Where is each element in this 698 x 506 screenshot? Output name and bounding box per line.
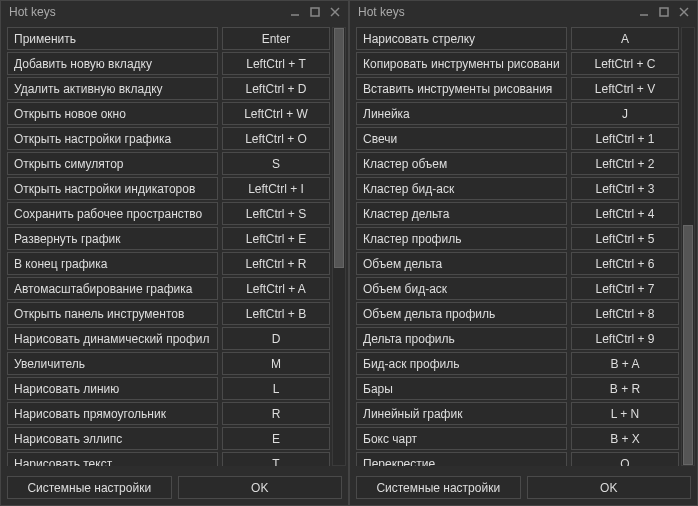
hotkey-row: Кластер объемLeftCtrl + 2 (356, 152, 679, 175)
minimize-icon[interactable] (286, 4, 304, 20)
hotkey-row: Открыть настройки индикаторовLeftCtrl + … (7, 177, 330, 200)
hotkey-row: Линейный графикL + N (356, 402, 679, 425)
hotkey-input[interactable]: LeftCtrl + W (222, 102, 330, 125)
svg-rect-5 (660, 8, 668, 16)
hotkey-input[interactable]: B + X (571, 427, 679, 450)
hotkey-row: Открыть симуляторS (7, 152, 330, 175)
hotkey-label: Копировать инструменты рисовани (356, 52, 567, 75)
hotkey-label: Сохранить рабочее пространство (7, 202, 218, 225)
hotkey-input[interactable]: J (571, 102, 679, 125)
hotkey-label: Увеличитель (7, 352, 218, 375)
hotkey-input[interactable]: LeftCtrl + 1 (571, 127, 679, 150)
hotkey-input[interactable]: LeftCtrl + B (222, 302, 330, 325)
hotkey-input[interactable]: LeftCtrl + 5 (571, 227, 679, 250)
system-settings-button[interactable]: Системные настройки (7, 476, 172, 499)
hotkey-input[interactable]: LeftCtrl + 8 (571, 302, 679, 325)
hotkey-label: Открыть настройки графика (7, 127, 218, 150)
hotkey-label: Вставить инструменты рисования (356, 77, 567, 100)
hotkey-label: Объем дельта профиль (356, 302, 567, 325)
hotkey-label: Кластер объем (356, 152, 567, 175)
hotkey-label: Бокс чарт (356, 427, 567, 450)
hotkey-label: Нарисовать прямоугольник (7, 402, 218, 425)
minimize-icon[interactable] (635, 4, 653, 20)
hotkey-input[interactable]: LeftCtrl + I (222, 177, 330, 200)
hotkey-input[interactable]: D (222, 327, 330, 350)
hotkey-input[interactable]: R (222, 402, 330, 425)
window-title: Hot keys (358, 5, 635, 19)
hotkey-row: Объем бид-аскLeftCtrl + 7 (356, 277, 679, 300)
hotkey-input[interactable]: LeftCtrl + E (222, 227, 330, 250)
hotkey-label: Открыть панель инструментов (7, 302, 218, 325)
hotkey-input[interactable]: LeftCtrl + 9 (571, 327, 679, 350)
hotkey-row: Открыть панель инструментовLeftCtrl + B (7, 302, 330, 325)
hotkey-label: Удалить активную вкладку (7, 77, 218, 100)
hotkey-input[interactable]: B + A (571, 352, 679, 375)
hotkey-input[interactable]: S (222, 152, 330, 175)
maximize-icon[interactable] (306, 4, 324, 20)
hotkey-row: Нарисовать динамический профилD (7, 327, 330, 350)
hotkey-input[interactable]: LeftCtrl + R (222, 252, 330, 275)
hotkey-row: Нарисовать текстT (7, 452, 330, 466)
hotkey-row: ПрименитьEnter (7, 27, 330, 50)
titlebar[interactable]: Hot keys (350, 1, 697, 23)
scrollbar[interactable] (681, 27, 695, 466)
hotkey-list: Нарисовать стрелкуAКопировать инструмент… (356, 27, 679, 466)
window-controls (286, 4, 344, 20)
hotkey-row: УвеличительM (7, 352, 330, 375)
scrollbar-thumb[interactable] (334, 28, 344, 268)
hotkey-row: Вставить инструменты рисованияLeftCtrl +… (356, 77, 679, 100)
hotkey-input[interactable]: LeftCtrl + A (222, 277, 330, 300)
hotkey-row: Нарисовать эллипсE (7, 427, 330, 450)
hotkey-row: В конец графикаLeftCtrl + R (7, 252, 330, 275)
close-icon[interactable] (326, 4, 344, 20)
hotkey-row: Удалить активную вкладкуLeftCtrl + D (7, 77, 330, 100)
titlebar[interactable]: Hot keys (1, 1, 348, 23)
hotkey-input[interactable]: LeftCtrl + T (222, 52, 330, 75)
hotkey-input[interactable]: LeftCtrl + C (571, 52, 679, 75)
hotkey-input[interactable]: LeftCtrl + O (222, 127, 330, 150)
footer: Системные настройки OK (1, 470, 348, 505)
system-settings-button[interactable]: Системные настройки (356, 476, 521, 499)
hotkey-row: Открыть новое окноLeftCtrl + W (7, 102, 330, 125)
hotkey-row: Объем дельтаLeftCtrl + 6 (356, 252, 679, 275)
hotkey-input[interactable]: LeftCtrl + 3 (571, 177, 679, 200)
hotkeys-panel-left: Hot keys ПрименитьEnterДобавить новую вк… (0, 0, 349, 506)
hotkey-input[interactable]: LeftCtrl + 6 (571, 252, 679, 275)
hotkey-label: В конец графика (7, 252, 218, 275)
hotkey-row: Объем дельта профильLeftCtrl + 8 (356, 302, 679, 325)
hotkey-list: ПрименитьEnterДобавить новую вкладкуLeft… (7, 27, 330, 466)
hotkey-input[interactable]: LeftCtrl + 2 (571, 152, 679, 175)
hotkey-row: БарыB + R (356, 377, 679, 400)
hotkey-input[interactable]: LeftCtrl + S (222, 202, 330, 225)
content-area: Нарисовать стрелкуAКопировать инструмент… (350, 23, 697, 470)
hotkey-label: Кластер бид-аск (356, 177, 567, 200)
ok-button[interactable]: OK (527, 476, 692, 499)
maximize-icon[interactable] (655, 4, 673, 20)
hotkey-row: Автомасштабирование графикаLeftCtrl + A (7, 277, 330, 300)
hotkey-input[interactable]: Q (571, 452, 679, 466)
hotkey-label: Нарисовать стрелку (356, 27, 567, 50)
hotkey-input[interactable]: M (222, 352, 330, 375)
hotkey-input[interactable]: Enter (222, 27, 330, 50)
hotkey-input[interactable]: L (222, 377, 330, 400)
ok-button[interactable]: OK (178, 476, 343, 499)
hotkey-label: Объем бид-аск (356, 277, 567, 300)
hotkey-input[interactable]: A (571, 27, 679, 50)
hotkey-input[interactable]: E (222, 427, 330, 450)
hotkey-row: Дельта профильLeftCtrl + 9 (356, 327, 679, 350)
hotkey-input[interactable]: LeftCtrl + 7 (571, 277, 679, 300)
scrollbar-thumb[interactable] (683, 225, 693, 465)
hotkey-input[interactable]: T (222, 452, 330, 466)
hotkey-input[interactable]: L + N (571, 402, 679, 425)
hotkey-input[interactable]: LeftCtrl + D (222, 77, 330, 100)
close-icon[interactable] (675, 4, 693, 20)
hotkey-label: Открыть новое окно (7, 102, 218, 125)
hotkey-row: Нарисовать стрелкуA (356, 27, 679, 50)
hotkey-row: Открыть настройки графикаLeftCtrl + O (7, 127, 330, 150)
hotkey-label: Открыть симулятор (7, 152, 218, 175)
hotkey-input[interactable]: LeftCtrl + 4 (571, 202, 679, 225)
hotkey-input[interactable]: B + R (571, 377, 679, 400)
window-title: Hot keys (9, 5, 286, 19)
hotkey-input[interactable]: LeftCtrl + V (571, 77, 679, 100)
scrollbar[interactable] (332, 27, 346, 466)
